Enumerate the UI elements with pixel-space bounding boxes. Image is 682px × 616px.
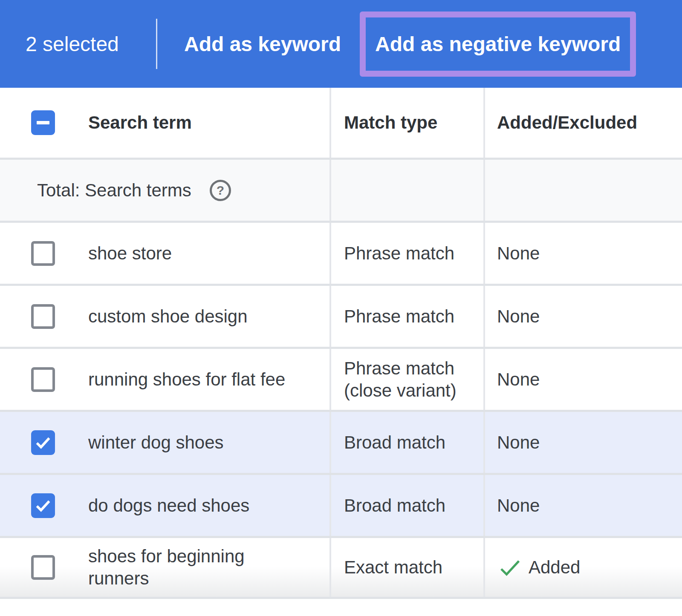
added-excluded-text: None [497,368,540,391]
match-type-text: Phrase match (close variant) [344,357,478,402]
added-excluded-text: Added [529,556,580,579]
selected-count-label: 2 selected [26,32,130,56]
search-term-text: running shoes for flat fee [88,368,285,391]
search-term-text: shoes for beginning runners [88,545,272,590]
row-checkbox[interactable] [31,367,55,392]
row-checkbox[interactable] [31,430,55,455]
column-header-added-excluded[interactable]: Added/Excluded [497,112,637,134]
match-type-text: Broad match [344,432,445,454]
search-terms-table: Search term Match type Added/Excluded To… [0,88,682,599]
match-type-text: Phrase match [344,242,454,265]
search-terms-page: 2 selected Add as keyword Add as negativ… [0,0,682,616]
column-header-match-type[interactable]: Match type [344,112,437,134]
added-excluded-text: None [497,242,540,265]
check-icon [33,496,53,515]
match-type-text: Phrase match [344,305,454,328]
search-term-text: winter dog shoes [88,432,224,454]
action-bar-divider [156,19,157,69]
highlight-box: Add as negative keyword [360,12,636,77]
table-row: winter dog shoes Broad match None [0,410,682,473]
added-excluded-text: None [497,305,540,328]
add-as-negative-keyword-button[interactable]: Add as negative keyword [375,32,621,56]
selection-action-bar: 2 selected Add as keyword Add as negativ… [0,0,682,88]
added-excluded-text: None [497,432,540,454]
add-as-keyword-button[interactable]: Add as keyword [184,32,341,56]
table-row: shoes for beginning runners Exact match … [0,536,682,599]
match-type-text: Broad match [344,495,445,517]
table-header-row: Search term Match type Added/Excluded [0,88,682,158]
row-checkbox[interactable] [31,241,55,266]
search-term-text: custom shoe design [88,305,248,328]
table-row: do dogs need shoes Broad match None [0,473,682,536]
table-row: running shoes for flat fee Phrase match … [0,347,682,410]
select-all-checkbox[interactable] [31,110,55,135]
row-checkbox[interactable] [31,304,55,329]
added-check-icon [497,555,523,580]
table-row: custom shoe design Phrase match None [0,284,682,347]
row-checkbox[interactable] [31,555,55,580]
column-header-search-term[interactable]: Search term [88,112,192,134]
total-row-label: Total: Search terms [37,179,191,201]
match-type-text: Exact match [344,556,442,579]
total-row: Total: Search terms ? [0,158,682,221]
help-icon[interactable]: ? [210,180,231,201]
search-term-text: do dogs need shoes [88,495,249,517]
added-excluded-text: None [497,495,540,517]
table-row: shoe store Phrase match None [0,221,682,284]
check-icon [33,433,53,452]
row-checkbox[interactable] [31,493,55,518]
search-term-text: shoe store [88,242,172,265]
